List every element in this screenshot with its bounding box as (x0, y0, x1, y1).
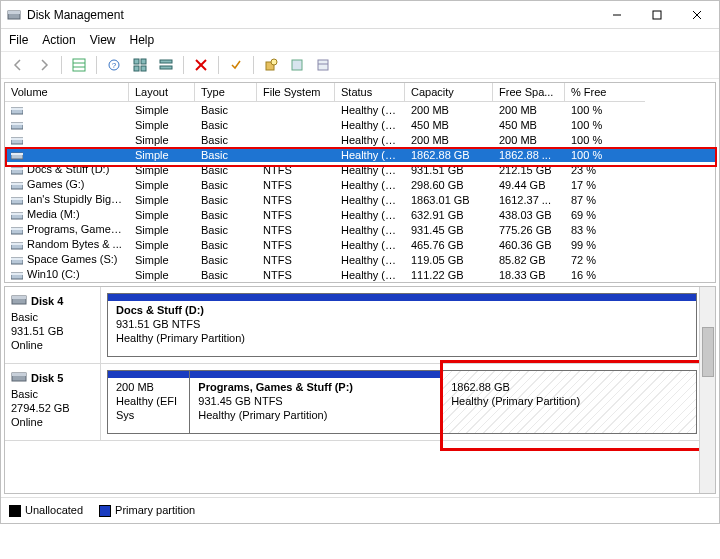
volume-layout: Simple (129, 164, 195, 176)
menu-file[interactable]: File (9, 33, 28, 47)
drive-icon (11, 271, 23, 281)
menu-action[interactable]: Action (42, 33, 75, 47)
volume-capacity: 450 MB (405, 119, 493, 131)
volume-layout: Simple (129, 254, 195, 266)
maximize-button[interactable] (637, 1, 677, 29)
svg-rect-13 (134, 66, 139, 71)
menubar: File Action View Help (1, 29, 719, 52)
partition-size: 931.51 GB NTFS (116, 318, 200, 330)
disk-size: 2794.52 GB (11, 402, 70, 414)
volume-pct: 17 % (565, 179, 645, 191)
volume-pct: 100 % (565, 134, 645, 146)
partition-status: Healthy (Primary Partition) (451, 395, 580, 407)
volume-capacity: 931.51 GB (405, 164, 493, 176)
close-button[interactable] (677, 1, 717, 29)
back-button[interactable] (7, 55, 29, 75)
col-volume[interactable]: Volume (5, 83, 129, 102)
volume-fs: NTFS (257, 179, 335, 191)
volume-fs: NTFS (257, 224, 335, 236)
col-status[interactable]: Status (335, 83, 405, 102)
svg-rect-43 (11, 243, 23, 245)
volume-pct: 87 % (565, 194, 645, 206)
disk-row[interactable]: Disk 5Basic2794.52 GBOnline200 MBHealthy… (5, 364, 715, 441)
menu-help[interactable]: Help (130, 33, 155, 47)
disk-list-button[interactable] (155, 55, 177, 75)
volume-list[interactable]: Volume Layout Type File System Status Ca… (4, 82, 716, 283)
disk-management-window: Disk Management File Action View Help ? (0, 0, 720, 524)
minimize-button[interactable] (597, 1, 637, 29)
volume-layout: Simple (129, 209, 195, 221)
menu-view[interactable]: View (90, 33, 116, 47)
svg-point-20 (271, 59, 277, 65)
volume-free: 438.03 GB (493, 209, 565, 221)
delete-button[interactable] (190, 55, 212, 75)
disk-partition-bar: 200 MBHealthy (EFI SysPrograms, Games & … (107, 370, 697, 434)
disk-info-panel: Disk 5Basic2794.52 GBOnline (5, 364, 101, 440)
drive-icon (11, 211, 23, 221)
format-button[interactable] (312, 55, 334, 75)
volume-capacity: 298.60 GB (405, 179, 493, 191)
volume-fs: NTFS (257, 254, 335, 266)
volume-name: Programs, Games ... (27, 223, 128, 235)
volume-layout: Simple (129, 179, 195, 191)
volume-row[interactable]: Games (G:)SimpleBasicNTFSHealthy (P...29… (5, 177, 715, 192)
partition[interactable]: Docs & Stuff (D:)931.51 GB NTFSHealthy (… (108, 294, 696, 356)
view-list-button[interactable] (68, 55, 90, 75)
volume-row[interactable]: SimpleBasicHealthy (R...450 MB450 MB100 … (5, 117, 715, 132)
toolbar: ? (1, 52, 719, 79)
disk-icon (11, 370, 27, 386)
svg-rect-12 (141, 59, 146, 64)
window-title: Disk Management (27, 8, 124, 22)
volume-status: Healthy (E... (335, 104, 405, 116)
volume-free: 460.36 GB (493, 239, 565, 251)
drive-icon (11, 181, 23, 191)
volume-row[interactable]: Media (M:)SimpleBasicNTFSHealthy (A...63… (5, 207, 715, 222)
disk-info-panel: Disk 4Basic931.51 GBOnline (5, 287, 101, 363)
drive-icon (11, 106, 23, 116)
legend-unallocated: Unallocated (9, 504, 83, 517)
volume-row[interactable]: Programs, Games ...SimpleBasicNTFSHealth… (5, 222, 715, 237)
volume-row[interactable]: SimpleBasicHealthy (P...1862.88 GB1862.8… (5, 147, 715, 162)
assign-letter-button[interactable] (286, 55, 308, 75)
volume-free: 212.15 GB (493, 164, 565, 176)
disk-partition-bar: Docs & Stuff (D:)931.51 GB NTFSHealthy (… (107, 293, 697, 357)
disk-row[interactable]: Disk 4Basic931.51 GBOnlineDocs & Stuff (… (5, 287, 715, 364)
volume-row[interactable]: Space Games (S:)SimpleBasicNTFSHealthy (… (5, 252, 715, 267)
col-type[interactable]: Type (195, 83, 257, 102)
volume-pct: 23 % (565, 164, 645, 176)
col-capacity[interactable]: Capacity (405, 83, 493, 102)
col-pct-free[interactable]: % Free (565, 83, 645, 102)
partition[interactable]: 1862.88 GBHealthy (Primary Partition) (443, 371, 696, 433)
volume-row[interactable]: SimpleBasicHealthy (E...200 MB200 MB100 … (5, 132, 715, 147)
toolbar-separator (61, 56, 62, 74)
window-controls (597, 1, 717, 29)
partition[interactable]: Programs, Games & Stuff (P:)931.45 GB NT… (190, 371, 443, 433)
col-free[interactable]: Free Spa... (493, 83, 565, 102)
volume-layout: Simple (129, 134, 195, 146)
disk-label: Disk 4 (31, 295, 63, 307)
forward-button[interactable] (33, 55, 55, 75)
help-button[interactable]: ? (103, 55, 125, 75)
volume-status: Healthy (E... (335, 134, 405, 146)
disk-label: Disk 5 (31, 372, 63, 384)
col-layout[interactable]: Layout (129, 83, 195, 102)
disk-map-area[interactable]: Disk 4Basic931.51 GBOnlineDocs & Stuff (… (4, 286, 716, 494)
volume-row[interactable]: Ian's Stupidly Big ...SimpleBasicNTFSHea… (5, 192, 715, 207)
partition[interactable]: 200 MBHealthy (EFI Sys (108, 371, 190, 433)
svg-rect-25 (11, 108, 23, 110)
volume-status: Healthy (P... (335, 164, 405, 176)
volume-row[interactable]: Random Bytes & ...SimpleBasicNTFSHealthy… (5, 237, 715, 252)
scrollbar-thumb[interactable] (702, 327, 714, 377)
volume-layout: Simple (129, 239, 195, 251)
new-volume-button[interactable] (260, 55, 282, 75)
col-filesystem[interactable]: File System (257, 83, 335, 102)
volume-row[interactable]: Win10 (C:)SimpleBasicNTFSHealthy (B...11… (5, 267, 715, 282)
drive-icon (11, 121, 23, 131)
properties-button[interactable] (225, 55, 247, 75)
volume-free: 1612.37 ... (493, 194, 565, 206)
volume-row[interactable]: Docs & Stuff (D:)SimpleBasicNTFSHealthy … (5, 162, 715, 177)
disk-grid-button[interactable] (129, 55, 151, 75)
volume-row[interactable]: SimpleBasicHealthy (E...200 MB200 MB100 … (5, 102, 715, 117)
scrollbar-vertical[interactable] (699, 287, 715, 493)
volume-status: Healthy (P... (335, 179, 405, 191)
